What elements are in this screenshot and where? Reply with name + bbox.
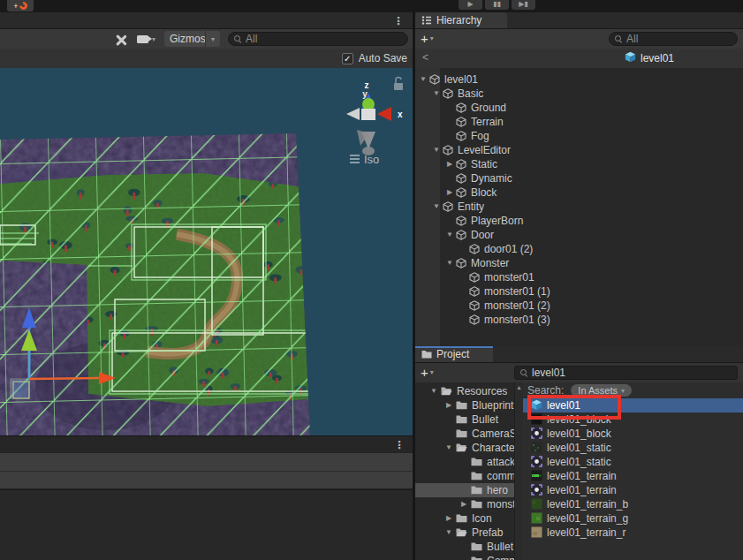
folder-row[interactable]: Bullet <box>415 540 514 554</box>
hierarchy-row[interactable]: ▼Door <box>415 228 743 242</box>
gameobject-cube-icon <box>469 314 480 328</box>
foldout-arrow-icon[interactable]: ▶ <box>459 500 468 508</box>
project-add-button[interactable]: + ▾ <box>421 366 434 379</box>
search-result-row[interactable]: level01_terrain <box>523 483 743 497</box>
pause-button[interactable]: ▮▮ <box>485 0 509 10</box>
search-result-row[interactable]: level01_terrain_r <box>523 526 743 540</box>
project-tab-bar: Project <box>415 346 743 363</box>
hierarchy-row[interactable]: door01 (2) <box>415 242 743 256</box>
hierarchy-row[interactable]: monster01 (1) <box>415 284 743 299</box>
foldout-arrow-icon[interactable]: ▼ <box>419 75 428 83</box>
hierarchy-row[interactable]: Terrain <box>415 115 743 129</box>
folder-row[interactable]: hero <box>415 483 514 497</box>
scroll-up-icon[interactable]: ▲ <box>516 384 522 390</box>
search-result-row[interactable]: level01 <box>523 398 743 412</box>
collab-arc-icon <box>18 0 29 11</box>
chevron-down-icon: ▾ <box>430 369 434 376</box>
tools-button[interactable] <box>110 31 132 47</box>
gameobject-label: level01 <box>444 73 478 86</box>
search-result-row[interactable]: level01_terrain <box>523 469 743 483</box>
bottom-panel-row[interactable] <box>0 471 413 489</box>
foldout-arrow-icon[interactable]: ▼ <box>432 202 441 210</box>
hierarchy-add-button[interactable]: + ▾ <box>421 32 434 45</box>
folder-row[interactable]: CameraS <box>415 427 514 441</box>
hierarchy-row[interactable]: ▼Entity <box>415 200 743 214</box>
scene-search-input[interactable]: All <box>228 32 408 46</box>
gizmos-dropdown[interactable]: ▾ <box>205 31 220 47</box>
back-chevron[interactable]: < <box>422 51 428 64</box>
autosave-checkbox[interactable]: ✓ <box>342 53 353 64</box>
hierarchy-row[interactable]: ▼level01 <box>415 72 743 87</box>
step-button[interactable]: ▶▮ <box>512 0 535 10</box>
search-icon <box>615 35 623 43</box>
gizmo-center-cube[interactable] <box>361 109 375 120</box>
gizmos-button[interactable]: Gizmos <box>164 31 211 47</box>
foldout-arrow-icon[interactable]: ▼ <box>432 89 441 97</box>
folder-row[interactable]: Comm <box>415 554 514 560</box>
foldout-arrow-icon[interactable]: ▼ <box>432 146 441 154</box>
project-search-input[interactable]: level01 <box>514 366 738 380</box>
hierarchy-row[interactable]: ▼Basic <box>415 87 743 101</box>
foldout-arrow-icon[interactable]: ▼ <box>429 387 438 395</box>
tab-hierarchy[interactable]: Hierarchy <box>415 12 507 28</box>
play-icon: ▶ <box>467 0 473 9</box>
foldout-arrow-icon[interactable]: ▼ <box>445 231 454 238</box>
hierarchy-breadcrumb: < level01 <box>415 49 743 68</box>
scope-dropdown[interactable]: In Assets ▾ <box>571 384 632 397</box>
breadcrumb-current[interactable]: level01 <box>625 51 674 65</box>
gameobject-cube-icon <box>456 117 466 130</box>
hierarchy-row[interactable]: ▶Block <box>415 185 743 200</box>
search-result-row[interactable]: level01_terrain_g <box>523 511 743 526</box>
hierarchy-row[interactable]: monster01 <box>415 270 743 284</box>
hierarchy-row[interactable]: ▼LevelEditor <box>415 143 743 157</box>
foldout-arrow-icon[interactable]: ▶ <box>445 160 454 168</box>
search-result-row[interactable]: level01_block <box>523 427 743 441</box>
foldout-arrow-icon[interactable]: ▼ <box>445 259 454 267</box>
bottom-kebab-icon[interactable]: ⋮ <box>394 439 405 451</box>
search-result-row[interactable]: level01_static <box>523 455 743 469</box>
gameobject-cube-icon <box>469 300 480 314</box>
foldout-arrow-icon[interactable]: ▼ <box>444 443 453 451</box>
hierarchy-search-input[interactable]: All <box>609 32 738 46</box>
gizmo-y-sphere[interactable] <box>362 98 375 110</box>
asset-label: level01_terrain_g <box>547 512 628 525</box>
foldout-arrow-icon[interactable]: ▼ <box>444 528 453 536</box>
hierarchy-row[interactable]: Dynamic <box>415 171 743 185</box>
folder-icon <box>471 541 482 554</box>
hierarchy-row[interactable]: PlayerBorn <box>415 214 743 228</box>
folder-open-icon <box>456 443 467 455</box>
hierarchy-row[interactable]: ▼Monster <box>415 256 743 270</box>
hierarchy-row[interactable]: monster01 (2) <box>415 299 743 313</box>
hierarchy-row[interactable]: ▶Static <box>415 157 743 171</box>
foldout-arrow-icon[interactable]: ▶ <box>444 401 453 409</box>
hierarchy-row[interactable]: Fog <box>415 129 743 143</box>
scene-kebab-icon[interactable]: ⋮ <box>393 15 404 27</box>
folder-row[interactable]: ▶Icon <box>415 511 514 526</box>
tab-project[interactable]: Project <box>415 346 493 362</box>
foldout-arrow-icon[interactable]: ▶ <box>445 188 454 196</box>
hierarchy-row[interactable]: monster01 (3) <box>415 313 743 327</box>
project-search-results: Search: In Assets ▾ level01level01_block… <box>523 382 743 560</box>
folder-row[interactable]: Bullet <box>415 412 514 427</box>
search-result-row[interactable]: level01_terrain_b <box>523 497 743 511</box>
axis-x-label: x <box>398 110 403 119</box>
foldout-arrow-icon[interactable]: ▶ <box>444 514 453 522</box>
folder-row[interactable]: ▶monst <box>415 497 514 511</box>
folder-row[interactable]: ▼Prefab <box>415 526 514 540</box>
camera-button[interactable]: ▾ <box>132 31 161 47</box>
play-button[interactable]: ▶ <box>459 0 482 10</box>
folder-icon <box>456 400 467 412</box>
bottom-panel-row[interactable] <box>0 452 413 471</box>
folder-row[interactable]: comm <box>415 469 514 483</box>
search-result-row[interactable]: level01_block <box>523 412 743 427</box>
search-result-row[interactable]: level01_static <box>523 441 743 455</box>
folder-row[interactable]: ▼Characte <box>415 441 514 455</box>
collab-button[interactable]: + <box>7 0 34 11</box>
scene-viewport[interactable]: z y x Iso <box>0 68 413 435</box>
hierarchy-row[interactable]: Ground <box>415 101 743 115</box>
folder-row[interactable]: ▼Resources <box>415 384 514 398</box>
folder-scrollbar[interactable]: ▲ <box>514 382 523 560</box>
folder-row[interactable]: ▶Blueprint <box>415 398 514 412</box>
gameobject-label: Block <box>471 186 497 199</box>
folder-row[interactable]: attack <box>415 455 514 469</box>
